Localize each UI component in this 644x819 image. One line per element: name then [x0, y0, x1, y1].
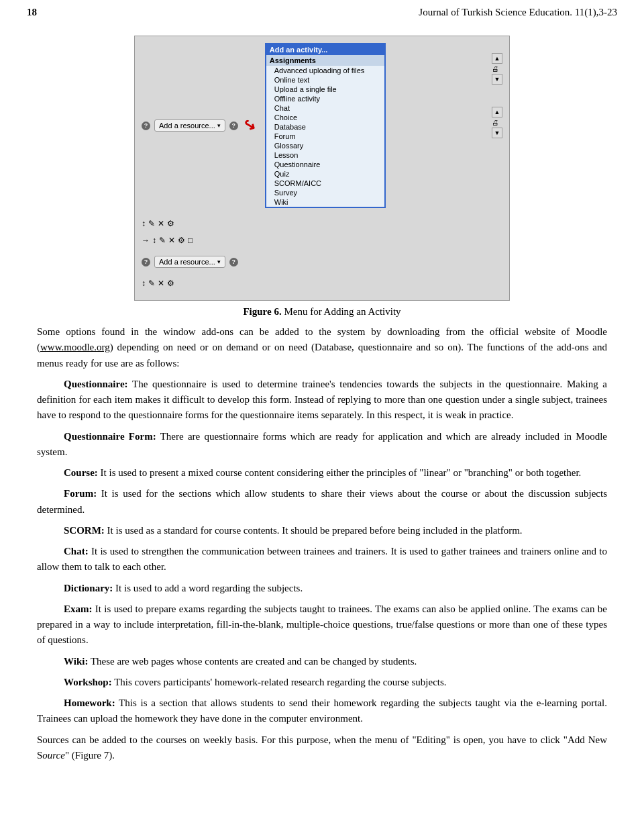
edit-icon: ✎ [148, 219, 155, 228]
chat-term: Chat: [64, 546, 89, 557]
page-content: ? Add a resource... ▾ ? ↩ Add an activit… [0, 22, 644, 782]
forum-term: Forum: [64, 488, 97, 499]
menu-item-lesson[interactable]: Lesson [266, 150, 384, 160]
figure-caption-text: Menu for Adding an Activity [282, 306, 401, 317]
menu-item-forum[interactable]: Forum [266, 132, 384, 141]
closing-para: Sources can be added to the courses on w… [37, 732, 607, 764]
questionnaire-form-para: Questionnaire Form: There are questionna… [37, 429, 607, 461]
exam-para: Exam: It is used to prepare exams regard… [37, 601, 607, 648]
menu-item-choice[interactable]: Choice [266, 113, 384, 122]
add-resource-dropdown-upper[interactable]: Add a resource... ▾ [154, 119, 225, 132]
figure-caption: Figure 6. Menu for Adding an Activity [243, 306, 400, 318]
homework-para: Homework: This is a section that allows … [37, 695, 607, 727]
dropdown-arrow-icon-2: ▾ [217, 258, 221, 265]
menu-item-advanced-uploading[interactable]: Advanced uploading of files [266, 66, 384, 75]
menu-item-survey[interactable]: Survey [266, 188, 384, 197]
move-icon: ↕ [142, 219, 146, 228]
red-arrow-icon: ↩ [239, 115, 259, 136]
forum-para: Forum: It is used for the sections which… [37, 486, 607, 518]
menu-item-chat[interactable]: Chat [266, 103, 384, 113]
dictionary-para: Dictionary: It is used to add a word reg… [37, 581, 607, 596]
journal-title: Journal of Turkish Science Education. 11… [419, 7, 617, 18]
body-text: Some options found in the window add-ons… [37, 324, 607, 763]
bottom-icons-row: ↕✎✕⚙ [142, 279, 492, 288]
menu-item-online-text[interactable]: Online text [266, 75, 384, 85]
scroll-down-btn-1[interactable]: ▼ [492, 74, 502, 85]
dropdown-arrow-icon: ▾ [217, 122, 221, 129]
figure-container: ? Add a resource... ▾ ? ↩ Add an activit… [121, 36, 523, 318]
scorm-term: SCORM: [64, 525, 105, 536]
dictionary-term: Dictionary: [64, 583, 113, 593]
menu-item-database[interactable]: Database [266, 122, 384, 132]
moodle-link[interactable]: www.moodle.org [40, 342, 110, 352]
course-term: Course: [64, 467, 98, 478]
scorm-para: SCORM: It is used as a standard for cour… [37, 523, 607, 538]
page-header: 18 Journal of Turkish Science Education.… [0, 0, 644, 22]
question-mark-icon-2: ? [229, 122, 238, 130]
scroll-up-btn-1[interactable]: ▲ [492, 53, 502, 64]
italic-source: ource [42, 750, 65, 761]
workshop-term: Workshop: [64, 677, 112, 687]
question-mark-icon-3: ? [142, 258, 150, 267]
add-activity-title: Add an activity... [266, 44, 384, 55]
question-mark-icon-4: ? [229, 258, 238, 267]
delete-icon: ✕ [158, 219, 164, 228]
wiki-para: Wiki: These are web pages whose contents… [37, 654, 607, 669]
moodle-screenshot: ? Add a resource... ▾ ? ↩ Add an activit… [134, 36, 510, 301]
menu-assignments-header: Assignments [266, 55, 384, 66]
questionnaire-form-term: Questionnaire Form: [64, 431, 156, 442]
add-activity-menu: Add an activity... Assignments Advanced … [265, 43, 386, 208]
settings-icon: ⚙ [167, 219, 174, 228]
page-number: 18 [27, 7, 37, 18]
exam-term: Exam: [64, 604, 93, 614]
menu-item-questionnaire[interactable]: Questionnaire [266, 160, 384, 169]
question-mark-icon: ? [142, 122, 150, 130]
lower-icons-row: →↕✎✕⚙□ [142, 236, 193, 245]
scroll-up-btn-2[interactable]: ▲ [492, 107, 502, 117]
menu-item-quiz[interactable]: Quiz [266, 169, 384, 179]
mid-icons-row: ↕ ✎ ✕ ⚙ [142, 219, 492, 228]
menu-item-glossary[interactable]: Glossary [266, 141, 384, 150]
chat-para: Chat: It is used to strengthen the commu… [37, 544, 607, 575]
questionnaire-term: Questionnaire: [64, 379, 128, 389]
wiki-term: Wiki: [64, 656, 88, 667]
homework-term: Homework: [64, 697, 115, 708]
add-resource-dropdown-lower[interactable]: Add a resource... ▾ [154, 256, 225, 268]
menu-item-wiki[interactable]: Wiki [266, 197, 384, 207]
menu-item-upload-single[interactable]: Upload a single file [266, 85, 384, 94]
menu-item-scorm[interactable]: SCORM/AICC [266, 179, 384, 188]
scroll-panel: ▲ 🖨 ▼ ▲ 🖨 ▼ [492, 43, 502, 138]
course-para: Course: It is used to present a mixed co… [37, 465, 607, 481]
questionnaire-para: Questionnaire: The questionnaire is used… [37, 377, 607, 424]
menu-item-offline-activity[interactable]: Offline activity [266, 94, 384, 103]
workshop-para: Workshop: This covers participants' home… [37, 675, 607, 690]
intro-paragraph: Some options found in the window add-ons… [37, 324, 607, 371]
scroll-down-btn-2[interactable]: ▼ [492, 128, 502, 138]
figure-caption-bold: Figure 6. [243, 306, 281, 317]
